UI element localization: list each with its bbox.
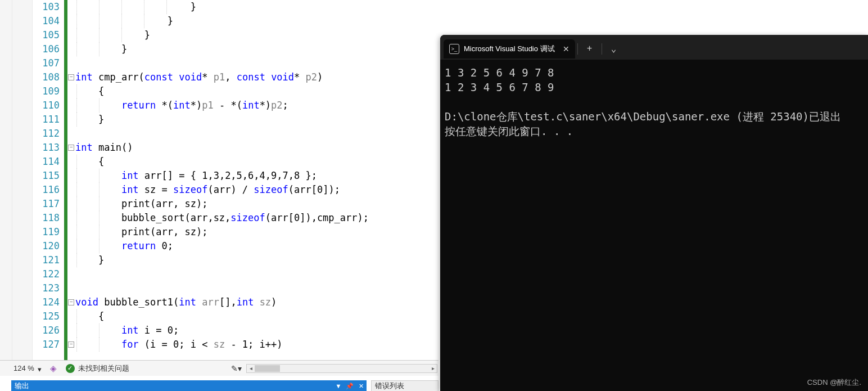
horizontal-scrollbar[interactable]: ◂ ▸ [246,364,437,373]
fold-toggle[interactable]: − [68,74,74,80]
error-list-title: 错误列表 [375,381,404,391]
status-ok-icon: ✓ [66,364,75,373]
fold-toggle[interactable]: − [68,341,74,348]
editor-margin [0,0,12,360]
editor-status-bar: 124 % ▾ ◈ ✓ 未找到相关问题 ✎▾ ◂ ▸ [0,360,438,376]
zoom-dropdown-icon[interactable]: ▾ [38,365,44,372]
code-editor[interactable]: 1031041051061071081091101111121131141151… [0,0,438,360]
gutter-bar [22,0,33,360]
tab-separator [602,43,602,55]
scrollbar-thumb[interactable] [255,365,280,372]
scroll-left-arrow[interactable]: ◂ [247,365,255,372]
scroll-right-arrow[interactable]: ▸ [429,365,437,372]
code-text[interactable]: } } } }int cmp_arr(const void* p1, const… [75,0,438,360]
console-tab-bar: >_ Microsoft Visual Studio 调试 ✕ + ⌄ [440,35,868,60]
fold-column[interactable]: −−−− [67,0,75,360]
error-list-panel-header[interactable]: 错误列表 [371,380,438,391]
console-output[interactable]: 1 3 2 5 6 4 9 7 8 1 2 3 4 5 6 7 8 9 D:\c… [440,60,868,144]
cleanup-brush-icon[interactable]: ✎▾ [230,363,242,374]
panel-dropdown-icon[interactable]: ▼ [333,380,344,391]
panel-pin-icon[interactable]: 📌 [344,380,355,391]
terminal-icon: >_ [449,44,459,54]
close-icon[interactable]: ✕ [563,44,569,53]
panel-close-icon[interactable]: ✕ [355,380,367,391]
status-text: 未找到相关问题 [78,363,129,374]
fold-toggle[interactable]: − [68,145,74,151]
breakpoint-margin[interactable] [12,0,22,360]
tab-separator [577,43,578,55]
console-tab-title: Microsoft Visual Studio 调试 [464,44,555,54]
output-panel-header[interactable]: 输出 ▼ 📌 ✕ [11,380,367,391]
tab-menu-chevron-icon[interactable]: ⌄ [604,39,623,59]
debug-console-window[interactable]: >_ Microsoft Visual Studio 调试 ✕ + ⌄ 1 3 … [440,35,868,391]
fold-toggle[interactable]: − [68,299,74,305]
suggestion-bulb-icon[interactable]: ◈ [48,363,59,374]
line-numbers: 1031041051061071081091101111121131141151… [33,0,64,360]
zoom-level[interactable]: 124 % [0,364,38,372]
watermark: CSDN @醉红尘. [807,377,861,388]
new-tab-button[interactable]: + [580,39,599,59]
output-panel-title: 输出 [15,381,29,391]
console-tab-active[interactable]: >_ Microsoft Visual Studio 调试 ✕ [444,39,575,59]
